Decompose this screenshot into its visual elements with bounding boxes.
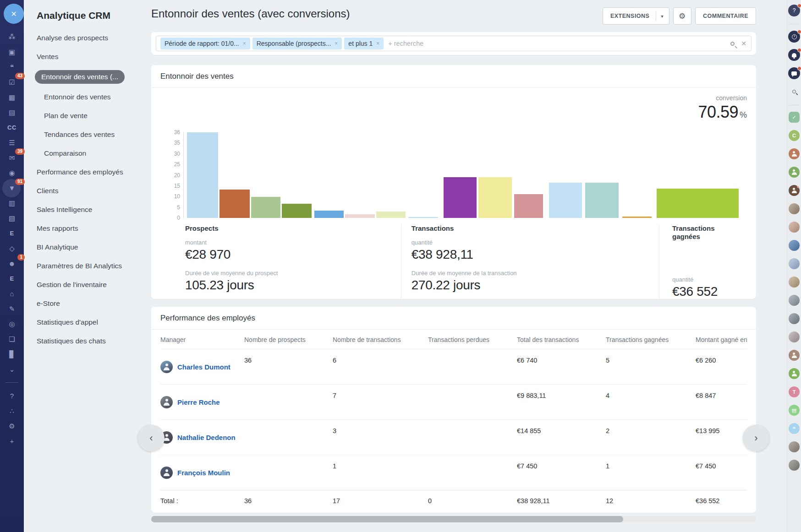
sidebar-item-8[interactable]: Clients bbox=[37, 187, 140, 195]
scrollbar-thumb[interactable] bbox=[151, 516, 623, 522]
messages-button[interactable] bbox=[788, 67, 800, 79]
stats-icon[interactable]: ▊ bbox=[4, 347, 20, 362]
filter-chip-1[interactable]: Responsable (prospects...× bbox=[252, 38, 342, 49]
forms-icon[interactable]: ❏ bbox=[4, 331, 20, 347]
company-icon[interactable]: ⌂ bbox=[4, 286, 20, 301]
funnel-bar-5[interactable] bbox=[345, 214, 374, 218]
sidebar-item-12[interactable]: Paramètres de BI Analytics bbox=[37, 262, 140, 270]
chat-avatar-18[interactable] bbox=[789, 441, 800, 452]
horizontal-scrollbar[interactable] bbox=[151, 516, 756, 522]
chat-avatar-12[interactable] bbox=[789, 331, 800, 342]
funnel-bar-4[interactable] bbox=[314, 211, 344, 218]
robot-icon[interactable]: ☻1 bbox=[4, 256, 20, 271]
chat-avatar-5[interactable] bbox=[789, 203, 800, 214]
sidebar-item-2[interactable]: Entonnoir des ventes (... bbox=[35, 70, 125, 84]
sidebar-item-13[interactable]: Gestion de l'inventaire bbox=[37, 281, 140, 289]
chat-avatar-16[interactable]: ▤ bbox=[789, 405, 800, 416]
chip-remove-icon[interactable]: × bbox=[376, 40, 379, 47]
help-icon[interactable]: ? bbox=[4, 388, 20, 403]
funnel-bar-3[interactable] bbox=[282, 204, 311, 218]
calendar-icon[interactable]: ▦ bbox=[4, 90, 20, 105]
sidebar-item-14[interactable]: e-Store bbox=[37, 299, 140, 308]
funnel-bar-12[interactable] bbox=[585, 183, 619, 218]
funnel-bar-6[interactable] bbox=[376, 212, 406, 218]
sidebar-item-11[interactable]: BI Analytique bbox=[37, 243, 140, 251]
sign-icon[interactable]: ✎ bbox=[4, 301, 20, 316]
scroll-left-button[interactable]: ‹ bbox=[138, 425, 165, 451]
clear-filter-icon[interactable]: ✕ bbox=[741, 40, 746, 47]
funnel-bar-2[interactable] bbox=[251, 197, 280, 218]
sidebar-item-3[interactable]: Entonnoir des ventes bbox=[37, 93, 140, 101]
chat-avatar-7[interactable] bbox=[789, 240, 800, 251]
chat-avatar-15[interactable]: T bbox=[789, 386, 800, 397]
funnel-bar-9[interactable] bbox=[478, 177, 512, 218]
tasks-icon[interactable]: ☑43 bbox=[4, 75, 20, 90]
chat-avatar-9[interactable] bbox=[789, 277, 800, 288]
chat-avatar-6[interactable] bbox=[789, 222, 800, 233]
history-button[interactable] bbox=[788, 31, 800, 43]
sidebar-item-6[interactable]: Comparaison bbox=[37, 149, 140, 157]
filter-chip-0[interactable]: Période de rapport: 01/0...× bbox=[160, 38, 250, 49]
search-icon[interactable] bbox=[730, 42, 735, 46]
sidebar-item-1[interactable]: Ventes bbox=[37, 53, 140, 61]
scroll-right-button[interactable]: › bbox=[743, 425, 769, 451]
cart-icon[interactable]: ▥ bbox=[4, 195, 20, 211]
chat-avatar-17[interactable]: ❝ bbox=[789, 423, 800, 434]
more-icon[interactable]: ⌄ bbox=[4, 362, 20, 377]
sidebar-item-5[interactable]: Tendances des ventes bbox=[37, 130, 140, 139]
funnel-bar-7[interactable] bbox=[408, 217, 438, 218]
notifications-button[interactable] bbox=[788, 49, 800, 61]
extensions-button[interactable]: EXTENSIONS ▾ bbox=[603, 7, 669, 25]
add-icon[interactable]: + bbox=[4, 434, 20, 449]
sidebar-item-15[interactable]: Statistiques d'appel bbox=[37, 318, 140, 326]
chat-avatar-14[interactable] bbox=[789, 368, 800, 379]
sidebar-item-0[interactable]: Analyse des prospects bbox=[37, 34, 140, 42]
integrations-icon[interactable]: ∴ bbox=[4, 403, 20, 418]
funnel-bar-13[interactable] bbox=[622, 217, 652, 218]
manager-link[interactable]: Charles Dumont bbox=[177, 363, 230, 371]
manager-link[interactable]: François Moulin bbox=[177, 469, 230, 477]
documents-icon[interactable]: ▤ bbox=[4, 105, 20, 120]
filter-search-field[interactable]: Période de rapport: 01/0...×Responsable … bbox=[156, 36, 752, 51]
chat-avatar-10[interactable] bbox=[789, 295, 800, 306]
funnel-bar-10[interactable] bbox=[514, 194, 543, 218]
sidebar-item-9[interactable]: Sales Intelligence bbox=[37, 206, 140, 214]
inventory-icon[interactable]: ◇ bbox=[4, 241, 20, 256]
chat-avatar-2[interactable] bbox=[789, 148, 800, 159]
filter-chip-2[interactable]: et plus 1× bbox=[344, 38, 384, 49]
funnel-bar-14[interactable] bbox=[657, 189, 739, 218]
e2-item[interactable]: E bbox=[4, 271, 20, 286]
mail-icon[interactable]: ✉39 bbox=[4, 150, 20, 165]
chat-avatar-0[interactable]: ✓ bbox=[789, 112, 800, 123]
chat-avatar-11[interactable] bbox=[789, 313, 800, 324]
sidebar-item-10[interactable]: Mes rapports bbox=[37, 224, 140, 233]
pulse-icon[interactable]: ⁂ bbox=[4, 29, 20, 44]
chat-avatar-3[interactable] bbox=[789, 167, 800, 178]
search-input[interactable]: + recherche bbox=[388, 40, 730, 47]
chip-remove-icon[interactable]: × bbox=[335, 40, 338, 47]
funnel-bar-1[interactable] bbox=[219, 190, 250, 218]
chat-avatar-13[interactable] bbox=[789, 350, 800, 361]
sidebar-item-7[interactable]: Performance des employés bbox=[37, 168, 140, 176]
chevron-down-icon[interactable]: ▾ bbox=[661, 14, 669, 19]
manager-link[interactable]: Nathalie Dedenon bbox=[177, 434, 236, 441]
manager-link[interactable]: Pierre Roche bbox=[177, 398, 220, 406]
funnel-bar-11[interactable] bbox=[549, 183, 582, 218]
chat-avatar-4[interactable] bbox=[789, 185, 800, 196]
comment-button[interactable]: COMMENTAIRE bbox=[695, 7, 756, 25]
settings-button[interactable]: ⚙ bbox=[673, 7, 691, 25]
crm-funnel-icon[interactable]: ▼91 bbox=[4, 180, 20, 195]
sidebar-item-4[interactable]: Plan de vente bbox=[37, 112, 140, 120]
chat-avatar-8[interactable] bbox=[789, 258, 800, 269]
settings-icon[interactable]: ⚙ bbox=[4, 418, 20, 434]
chat-avatar-19[interactable] bbox=[789, 460, 800, 471]
funnel-bar-8[interactable] bbox=[444, 177, 477, 218]
help-button[interactable]: ? bbox=[788, 5, 800, 16]
e-item[interactable]: E bbox=[4, 226, 20, 241]
feed-icon[interactable]: ▣ bbox=[4, 44, 20, 60]
chip-remove-icon[interactable]: × bbox=[243, 40, 246, 47]
contacts-icon[interactable]: ▧ bbox=[4, 211, 20, 226]
close-button[interactable]: × bbox=[4, 4, 24, 24]
sidebar-item-16[interactable]: Statistiques des chats bbox=[37, 337, 140, 345]
chat-avatar-1[interactable]: C bbox=[789, 130, 800, 141]
